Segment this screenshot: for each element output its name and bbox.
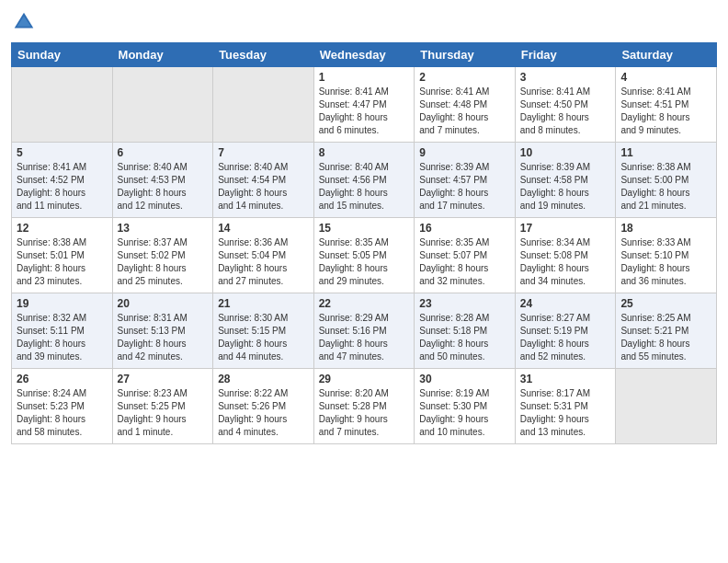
day-info: Sunrise: 8:35 AM Sunset: 5:05 PM Dayligh…	[319, 236, 410, 288]
day-number: 14	[218, 222, 309, 235]
day-number: 26	[17, 373, 108, 385]
day-info: Sunrise: 8:40 AM Sunset: 4:53 PM Dayligh…	[118, 161, 209, 213]
day-number: 5	[17, 146, 108, 159]
day-header-saturday: Saturday	[616, 43, 717, 67]
day-number: 6	[118, 146, 209, 159]
calendar-cell: 22Sunrise: 8:29 AM Sunset: 5:16 PM Dayli…	[313, 293, 415, 369]
day-number: 17	[520, 222, 611, 235]
day-info: Sunrise: 8:40 AM Sunset: 4:54 PM Dayligh…	[218, 161, 309, 213]
day-info: Sunrise: 8:22 AM Sunset: 5:26 PM Dayligh…	[218, 387, 309, 439]
day-number: 28	[218, 373, 309, 385]
day-number: 3	[520, 71, 611, 84]
calendar-cell: 9Sunrise: 8:39 AM Sunset: 4:57 PM Daylig…	[415, 143, 516, 218]
calendar-cell	[112, 67, 213, 143]
week-row-1: 1Sunrise: 8:41 AM Sunset: 4:47 PM Daylig…	[12, 67, 717, 143]
week-row-5: 26Sunrise: 8:24 AM Sunset: 5:23 PM Dayli…	[12, 369, 717, 444]
calendar-cell: 6Sunrise: 8:40 AM Sunset: 4:53 PM Daylig…	[112, 143, 213, 218]
day-number: 13	[118, 222, 209, 235]
calendar-cell	[213, 67, 314, 143]
day-info: Sunrise: 8:23 AM Sunset: 5:25 PM Dayligh…	[118, 387, 209, 439]
day-info: Sunrise: 8:40 AM Sunset: 4:56 PM Dayligh…	[319, 161, 410, 213]
day-info: Sunrise: 8:41 AM Sunset: 4:48 PM Dayligh…	[419, 86, 510, 137]
day-number: 30	[419, 373, 510, 385]
day-info: Sunrise: 8:41 AM Sunset: 4:51 PM Dayligh…	[620, 86, 711, 137]
day-info: Sunrise: 8:25 AM Sunset: 5:21 PM Dayligh…	[620, 312, 711, 363]
day-info: Sunrise: 8:28 AM Sunset: 5:18 PM Dayligh…	[419, 312, 510, 363]
calendar-cell: 25Sunrise: 8:25 AM Sunset: 5:21 PM Dayli…	[616, 293, 717, 369]
day-info: Sunrise: 8:30 AM Sunset: 5:15 PM Dayligh…	[218, 312, 309, 363]
day-number: 11	[620, 146, 711, 159]
calendar-cell: 1Sunrise: 8:41 AM Sunset: 4:47 PM Daylig…	[313, 67, 415, 143]
day-number: 16	[419, 222, 510, 235]
calendar-cell: 3Sunrise: 8:41 AM Sunset: 4:50 PM Daylig…	[515, 67, 616, 143]
logo-icon	[11, 9, 37, 35]
day-number: 8	[319, 146, 410, 159]
week-row-3: 12Sunrise: 8:38 AM Sunset: 5:01 PM Dayli…	[12, 218, 717, 293]
day-info: Sunrise: 8:37 AM Sunset: 5:02 PM Dayligh…	[118, 236, 209, 288]
day-info: Sunrise: 8:29 AM Sunset: 5:16 PM Dayligh…	[319, 312, 410, 363]
calendar-cell: 23Sunrise: 8:28 AM Sunset: 5:18 PM Dayli…	[415, 293, 516, 369]
calendar-cell: 18Sunrise: 8:33 AM Sunset: 5:10 PM Dayli…	[616, 218, 717, 293]
page: SundayMondayTuesdayWednesdayThursdayFrid…	[0, 0, 728, 563]
calendar-cell: 2Sunrise: 8:41 AM Sunset: 4:48 PM Daylig…	[415, 67, 516, 143]
day-number: 29	[319, 373, 410, 385]
calendar-cell: 8Sunrise: 8:40 AM Sunset: 4:56 PM Daylig…	[313, 143, 415, 218]
day-info: Sunrise: 8:41 AM Sunset: 4:52 PM Dayligh…	[17, 161, 108, 213]
day-info: Sunrise: 8:39 AM Sunset: 4:57 PM Dayligh…	[419, 161, 510, 213]
calendar-cell: 17Sunrise: 8:34 AM Sunset: 5:08 PM Dayli…	[515, 218, 616, 293]
day-info: Sunrise: 8:19 AM Sunset: 5:30 PM Dayligh…	[419, 387, 510, 439]
calendar-cell: 28Sunrise: 8:22 AM Sunset: 5:26 PM Dayli…	[213, 369, 314, 444]
calendar-cell: 20Sunrise: 8:31 AM Sunset: 5:13 PM Dayli…	[112, 293, 213, 369]
calendar: SundayMondayTuesdayWednesdayThursdayFrid…	[11, 42, 717, 444]
day-number: 10	[520, 146, 611, 159]
day-info: Sunrise: 8:34 AM Sunset: 5:08 PM Dayligh…	[520, 236, 611, 288]
day-number: 24	[520, 297, 611, 310]
day-number: 1	[319, 71, 410, 84]
week-row-4: 19Sunrise: 8:32 AM Sunset: 5:11 PM Dayli…	[12, 293, 717, 369]
day-number: 31	[520, 373, 611, 385]
day-number: 2	[419, 71, 510, 84]
day-number: 9	[419, 146, 510, 159]
calendar-cell: 5Sunrise: 8:41 AM Sunset: 4:52 PM Daylig…	[12, 143, 113, 218]
calendar-cell: 10Sunrise: 8:39 AM Sunset: 4:58 PM Dayli…	[515, 143, 616, 218]
day-info: Sunrise: 8:35 AM Sunset: 5:07 PM Dayligh…	[419, 236, 510, 288]
day-info: Sunrise: 8:39 AM Sunset: 4:58 PM Dayligh…	[520, 161, 611, 213]
calendar-cell: 31Sunrise: 8:17 AM Sunset: 5:31 PM Dayli…	[515, 369, 616, 444]
calendar-cell: 4Sunrise: 8:41 AM Sunset: 4:51 PM Daylig…	[616, 67, 717, 143]
calendar-cell: 14Sunrise: 8:36 AM Sunset: 5:04 PM Dayli…	[213, 218, 314, 293]
calendar-cell: 29Sunrise: 8:20 AM Sunset: 5:28 PM Dayli…	[313, 369, 415, 444]
calendar-cell: 27Sunrise: 8:23 AM Sunset: 5:25 PM Dayli…	[112, 369, 213, 444]
day-number: 4	[620, 71, 711, 84]
calendar-cell: 30Sunrise: 8:19 AM Sunset: 5:30 PM Dayli…	[415, 369, 516, 444]
calendar-cell: 13Sunrise: 8:37 AM Sunset: 5:02 PM Dayli…	[112, 218, 213, 293]
day-info: Sunrise: 8:41 AM Sunset: 4:47 PM Dayligh…	[319, 86, 410, 137]
calendar-cell: 12Sunrise: 8:38 AM Sunset: 5:01 PM Dayli…	[12, 218, 113, 293]
calendar-cell: 16Sunrise: 8:35 AM Sunset: 5:07 PM Dayli…	[415, 218, 516, 293]
day-info: Sunrise: 8:38 AM Sunset: 5:00 PM Dayligh…	[620, 161, 711, 213]
week-row-2: 5Sunrise: 8:41 AM Sunset: 4:52 PM Daylig…	[12, 143, 717, 218]
calendar-cell	[616, 369, 717, 444]
day-info: Sunrise: 8:41 AM Sunset: 4:50 PM Dayligh…	[520, 86, 611, 137]
day-header-monday: Monday	[112, 43, 213, 67]
calendar-cell: 11Sunrise: 8:38 AM Sunset: 5:00 PM Dayli…	[616, 143, 717, 218]
day-number: 18	[620, 222, 711, 235]
day-info: Sunrise: 8:24 AM Sunset: 5:23 PM Dayligh…	[17, 387, 108, 439]
calendar-cell: 26Sunrise: 8:24 AM Sunset: 5:23 PM Dayli…	[12, 369, 113, 444]
day-info: Sunrise: 8:38 AM Sunset: 5:01 PM Dayligh…	[17, 236, 108, 288]
day-number: 19	[17, 297, 108, 310]
day-info: Sunrise: 8:31 AM Sunset: 5:13 PM Dayligh…	[118, 312, 209, 363]
day-number: 7	[218, 146, 309, 159]
day-number: 21	[218, 297, 309, 310]
day-header-thursday: Thursday	[415, 43, 516, 67]
day-number: 20	[118, 297, 209, 310]
day-number: 25	[620, 297, 711, 310]
calendar-header-row: SundayMondayTuesdayWednesdayThursdayFrid…	[12, 43, 717, 67]
day-info: Sunrise: 8:33 AM Sunset: 5:10 PM Dayligh…	[620, 236, 711, 288]
calendar-cell: 19Sunrise: 8:32 AM Sunset: 5:11 PM Dayli…	[12, 293, 113, 369]
day-number: 22	[319, 297, 410, 310]
day-number: 12	[17, 222, 108, 235]
day-info: Sunrise: 8:36 AM Sunset: 5:04 PM Dayligh…	[218, 236, 309, 288]
day-header-sunday: Sunday	[12, 43, 113, 67]
calendar-cell: 15Sunrise: 8:35 AM Sunset: 5:05 PM Dayli…	[313, 218, 415, 293]
logo	[11, 9, 40, 35]
